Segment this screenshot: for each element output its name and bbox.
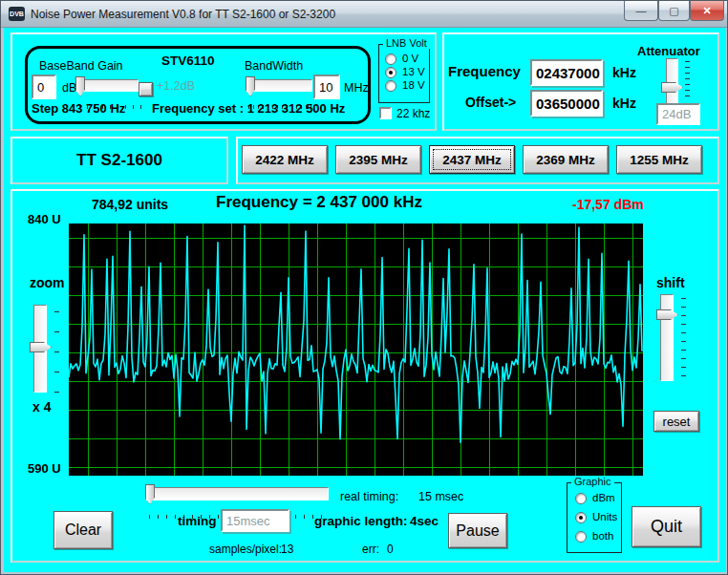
timing-slider-track[interactable] xyxy=(145,487,329,500)
reset-button-label: reset xyxy=(663,415,691,429)
zoom-label: zoom xyxy=(30,275,65,290)
graphic-dbm-radio[interactable] xyxy=(575,493,587,504)
close-icon: ✕ xyxy=(702,5,711,17)
frequency-unit-label: kHz xyxy=(612,65,636,80)
lnb-0v-radio[interactable] xyxy=(385,53,396,65)
quit-button[interactable]: Quit xyxy=(632,506,701,547)
clear-button[interactable]: Clear xyxy=(54,511,113,549)
step-label: Step 843 750 Hz xyxy=(32,101,125,116)
pause-button[interactable]: Pause xyxy=(448,513,507,548)
offset-input[interactable]: 03650000 xyxy=(530,90,603,117)
preset-2437-button[interactable]: 2437 MHz xyxy=(429,145,515,174)
offset-label: Offset-> xyxy=(465,95,516,110)
client-area: BaseBand Gain STV6110 BandWidth 0 dB +1.… xyxy=(4,28,726,572)
app-window: DVB Noise Power Measurement V0.8 for TT … xyxy=(0,0,728,575)
preset-1255-button[interactable]: 1255 MHz xyxy=(616,145,702,174)
lnb-18v-label: 18 V xyxy=(402,79,425,91)
timing-input[interactable]: 15msec xyxy=(221,509,289,532)
lnb-13v-radio[interactable] xyxy=(385,67,396,78)
window-title: Noise Power Measurement V0.8 for TT S2-1… xyxy=(31,8,335,21)
maximize-button[interactable]: ▢ xyxy=(658,1,690,21)
preset-2422-button[interactable]: 2422 MHz xyxy=(242,145,328,174)
app-icon: DVB xyxy=(9,7,25,21)
preset-1255-label: 1255 MHz xyxy=(630,153,689,167)
timing-slider-thumb[interactable] xyxy=(145,484,155,504)
frequency-label: Frequency xyxy=(448,63,521,79)
preset-2369-button[interactable]: 2369 MHz xyxy=(523,145,609,174)
attenuator-slider-track[interactable] xyxy=(666,58,678,104)
maximize-icon: ▢ xyxy=(669,5,678,17)
scope-canvas xyxy=(69,224,643,476)
zoom-factor-label: x 4 xyxy=(32,399,51,415)
preset-2437-label: 2437 MHz xyxy=(442,153,502,167)
zoom-slider-thumb[interactable] xyxy=(30,342,52,352)
bandwidth-unit-label: MHz xyxy=(344,81,369,95)
real-timing-value: 15 msec xyxy=(418,490,463,503)
clear-button-label: Clear xyxy=(65,522,101,539)
shift-label: shift xyxy=(656,275,685,290)
lnb-volt-label: LNB Volt xyxy=(383,37,430,49)
frequency-set-label: Frequency set : 1 213 312 500 Hz xyxy=(152,101,345,116)
shift-slider-thumb[interactable] xyxy=(656,309,678,320)
attenuator-value-field[interactable]: 24dB xyxy=(656,103,700,125)
graphic-length-value: 4sec xyxy=(410,514,439,528)
frequency-readout: Frequency = 2 437 000 kHz xyxy=(216,193,422,212)
shift-slider-track[interactable] xyxy=(660,294,674,381)
preset-2369-label: 2369 MHz xyxy=(536,153,595,167)
titlebar[interactable]: DVB Noise Power Measurement V0.8 for TT … xyxy=(1,1,728,28)
y-max-label: 840 U xyxy=(28,212,61,226)
graphic-both-radio[interactable] xyxy=(575,531,587,543)
tone-22khz-checkbox[interactable] xyxy=(379,107,392,119)
lnb-0v-label: 0 V xyxy=(402,53,418,64)
timing-value: 15msec xyxy=(226,514,270,528)
graph-panel: 784,92 units Frequency = 2 437 000 kHz -… xyxy=(11,189,719,563)
reset-button[interactable]: reset xyxy=(653,411,699,432)
quit-button-label: Quit xyxy=(651,517,682,537)
minimize-button[interactable]: — xyxy=(624,1,658,21)
minimize-icon: — xyxy=(636,5,647,16)
lnb-13v-label: 13 V xyxy=(402,66,425,77)
preset-2395-button[interactable]: 2395 MHz xyxy=(335,145,421,174)
gain-unit-label: dB xyxy=(62,81,76,95)
zoom-slider-ticks xyxy=(54,311,59,412)
tuner-panel: BaseBand Gain STV6110 BandWidth 0 dB +1.… xyxy=(11,32,437,131)
attenuator-ticks xyxy=(685,61,690,101)
gain-input[interactable]: 0 xyxy=(32,75,56,99)
close-button[interactable]: ✕ xyxy=(690,1,724,21)
samples-per-pixel-value: 13 xyxy=(281,543,293,556)
bandwidth-input[interactable]: 10 xyxy=(313,75,340,99)
rf-panel: Frequency 02437000 kHz Offset-> 03650000… xyxy=(442,32,719,131)
preset-panel: 2422 MHz 2395 MHz 2437 MHz 2369 MHz 1255… xyxy=(236,137,719,184)
graphic-length-label: graphic length: xyxy=(314,514,408,528)
offset-unit-label: kHz xyxy=(612,96,636,111)
graphic-both-label: both xyxy=(592,530,613,542)
attenuator-value: 24dB xyxy=(662,107,691,121)
err-value: 0 xyxy=(387,543,394,556)
chip-label: STV6110 xyxy=(161,53,215,68)
graphic-mode-label: Graphic xyxy=(571,476,614,487)
shift-slider-ticks xyxy=(681,298,686,384)
pause-button-label: Pause xyxy=(456,522,499,540)
lnb-18v-radio[interactable] xyxy=(385,80,396,92)
units-readout: 784,92 units xyxy=(92,197,168,212)
graphic-units-radio[interactable] xyxy=(575,512,587,523)
timing-label: timing xyxy=(178,514,217,528)
lnb-volt-group: LNB Volt 0 V 13 V 18 V xyxy=(378,44,430,103)
gain-extra-label: +1.2dB xyxy=(157,79,195,93)
attenuator-label: Attenuator xyxy=(637,44,700,58)
y-min-label: 590 U xyxy=(28,461,61,476)
frequency-input[interactable]: 02437000 xyxy=(530,59,603,86)
real-timing-label: real timing: xyxy=(340,490,398,503)
bandwidth-slider-track[interactable] xyxy=(246,79,312,92)
preset-2395-label: 2395 MHz xyxy=(349,153,408,167)
device-label: TT S2-1600 xyxy=(76,151,162,170)
attenuator-slider-thumb[interactable] xyxy=(661,82,683,93)
dbm-readout: -17,57 dBm xyxy=(572,197,644,212)
samples-per-pixel-label: samples/pixel: xyxy=(209,543,282,556)
baseband-gain-label: BaseBand Gain xyxy=(39,59,123,73)
gain-extra-button[interactable] xyxy=(139,82,153,96)
scope-display xyxy=(69,224,643,476)
graphic-mode-group: Graphic dBm Units both xyxy=(567,482,622,553)
preset-2422-label: 2422 MHz xyxy=(255,153,314,167)
graphic-units-label: Units xyxy=(592,511,617,522)
